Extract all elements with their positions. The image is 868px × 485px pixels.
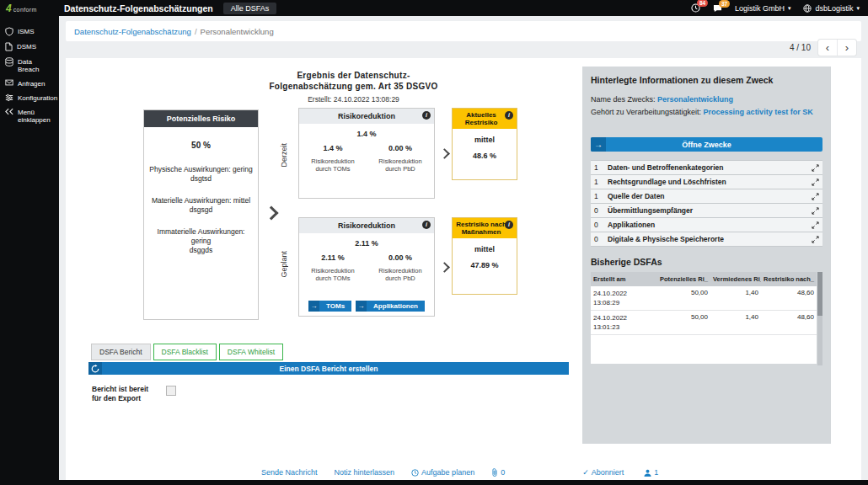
info-icon[interactable]: i [422,221,431,229]
tab-dsfa-bericht[interactable]: DSFA Bericht [91,344,151,360]
col-erstellt-am[interactable]: Erstellt am [591,272,656,286]
app-title: Datenschutz-Folgenabschätzungen [64,3,213,13]
open-purpose-button[interactable]: → Öffne Zwecke [591,137,822,152]
sidebar-item-dsms[interactable]: DSMS [0,40,59,55]
history-table: Erstellt am Potenzielles Ri_ Vermiedenes… [591,272,817,335]
breadcrumb: Datenschutz-Folgenabschätzung / Personal… [66,21,861,41]
leave-note-link[interactable]: Notiz hinterlassen [335,468,395,477]
category-row-data-source[interactable]: 1 Quelle der Daten [591,189,822,204]
sidebar-collapse-button[interactable]: Menü einklappen [0,105,59,127]
expand-icon[interactable] [809,207,819,215]
sidebar-item-label: Anfragen [18,80,45,88]
export-ready-checkbox[interactable] [166,386,176,396]
col-vermiedenes-risiko[interactable]: Vermiedenes Ri_ [710,272,761,286]
category-label: Quelle der Daten [608,192,809,200]
tab-dsfa-blacklist[interactable]: DSFA Blacklist [153,344,217,360]
col-restrisiko[interactable]: Restrisiko nach_ [761,272,817,286]
notification-count-badge: 84 [697,0,708,7]
sidebar-item-data-breach[interactable]: Data Breach [0,55,59,77]
category-count: 1 [594,192,608,200]
message-count-badge: 37 [719,0,730,8]
category-row-recipients[interactable]: 0 Übermittlungsempfänger [591,204,822,218]
all-dsfas-button[interactable]: Alle DSFAs [223,3,277,14]
row-label-derzeit: Derzeit [278,113,290,197]
refresh-icon[interactable] [88,362,102,375]
scrollbar[interactable] [817,272,822,365]
history-row[interactable]: 24.10.2022 13:01:23 50,00 1,40 48,60 [591,311,817,335]
risk-reduction-title: Risikoreduktion [338,112,395,120]
sidebar-item-konfiguration[interactable]: Konfiguration [0,91,59,105]
topbar: 4 conform Datenschutz-Folgenabschätzunge… [0,0,868,16]
expand-icon[interactable] [809,221,819,229]
send-message-link[interactable]: Sende Nachricht [261,468,318,477]
messages-button[interactable]: 37 [713,4,722,13]
user-menu[interactable]: dsbLogistik ▾ [803,4,860,13]
user-name: dsbLogistik [815,4,853,13]
topbar-right: 84 37 Logistik GmbH ▾ dsbLogistik ▾ [691,3,868,13]
potential-risk-value: 50 % [149,141,253,150]
residual-risk-header: Aktuelles Restrisiko i [453,109,517,129]
pbd-reduction-label: Risikoreduktion durch PbD [370,157,431,173]
sidebar-item-isms[interactable]: ISMS [0,24,59,40]
pbd-reduction-label: Risikoreduktion durch PbD [370,267,431,282]
sidebar-item-anfragen[interactable]: Anfragen [0,77,59,91]
company-menu[interactable]: Logistik GmbH ▾ [735,4,791,13]
history-row[interactable]: 24.10.2022 13:08:29 50,00 1,40 48,60 [591,286,817,311]
arrow-right-icon: → [591,137,606,152]
residual-risk-level: mittel [453,136,517,144]
col-potenzielles-risiko[interactable]: Potenzielles Ri_ [656,272,710,286]
processing-activity-link[interactable]: Processing activity test for SK [704,108,813,116]
pager-prev-button[interactable]: ‹ [818,40,838,56]
pbd-reduction-value: 0.00 % [370,144,431,152]
residual-risk-value: 47.89 % [453,261,517,269]
info-icon[interactable]: i [505,111,513,120]
category-row-data-categories[interactable]: 1 Daten- und Betroffenenkategorien [591,161,822,175]
expand-icon[interactable] [809,193,819,200]
toms-reduction-value: 1.4 % [303,144,363,152]
category-row-applications[interactable]: 0 Applikationen [591,218,822,232]
footer-right: ✓ Abonniert 1 [582,468,658,477]
category-label: Digitale & Physische Speicherorte [608,235,809,243]
toms-reduction-label: Risikoreduktion durch TOMs [303,267,363,282]
residual-risk-value: 48.6 % [453,152,517,160]
category-row-storage-locations[interactable]: 0 Digitale & Physische Speicherorte [591,232,822,247]
sidebar: ISMS DSMS Data Breach Anfragen Konfigura… [0,16,59,485]
result-created: Erstellt: 24.10.2022 13:08:29 [125,95,582,104]
expand-icon[interactable] [809,164,819,172]
pager: 4 / 10 ‹ › [790,40,856,56]
purpose-name-link[interactable]: Personalentwicklung [657,95,733,104]
toms-button[interactable]: → TOMs [308,301,351,312]
pager-next-button[interactable]: › [838,40,856,56]
risk-impact-line: Materielle Auswirkungen: mittel [149,196,253,205]
info-icon[interactable]: i [422,111,431,120]
scrollbar-thumb[interactable] [817,272,822,316]
create-report-bar[interactable]: Einen DSFA Bericht erstellen [88,362,569,375]
app-logo[interactable]: 4 conform [0,3,59,13]
watchers-link[interactable]: 1 [644,468,658,477]
purpose-name-label: Name des Zwecks: [591,95,656,104]
subscribed-toggle[interactable]: ✓ Abonniert [582,468,624,477]
category-label: Rechtsgrundlage und Löschfristen [608,178,809,186]
expand-icon[interactable] [809,236,819,243]
purpose-name-line: Name des Zwecks: Personalentwicklung [591,95,822,104]
potential-risk-box: Potenzielles Risiko 50 % Physische Auswi… [143,109,259,320]
plan-task-link[interactable]: Aufgabe planen [411,468,474,477]
applications-button[interactable]: → Applikationen [356,301,425,312]
info-icon[interactable]: i [505,221,513,229]
tab-dsfa-whitelist[interactable]: DSFA Whitelist [219,344,283,360]
pager-label: 4 / 10 [790,43,811,52]
result-title: Ergebnis der Datenschutz- Folgenabschätz… [125,70,582,92]
person-icon [644,469,651,477]
category-row-legal-basis[interactable]: 1 Rechtsgrundlage und Löschfristen [591,175,822,189]
attachments-link[interactable]: 0 [491,468,505,477]
flow-arrow-icon [266,208,276,220]
risk-impact-detail: dsgsgd [149,205,253,215]
current-residual-risk-box: Aktuelles Restrisiko i mittel 48.6 % [452,108,517,180]
paperclip-icon [491,468,498,477]
breadcrumb-parent-link[interactable]: Datenschutz-Folgenabschätzung [74,27,191,36]
notifications-button[interactable]: 84 [691,3,700,13]
category-count: 0 [594,221,608,229]
globe-icon [803,4,812,13]
expand-icon[interactable] [809,179,819,186]
main-area: Datenschutz-Folgenabschätzung / Personal… [59,16,868,485]
